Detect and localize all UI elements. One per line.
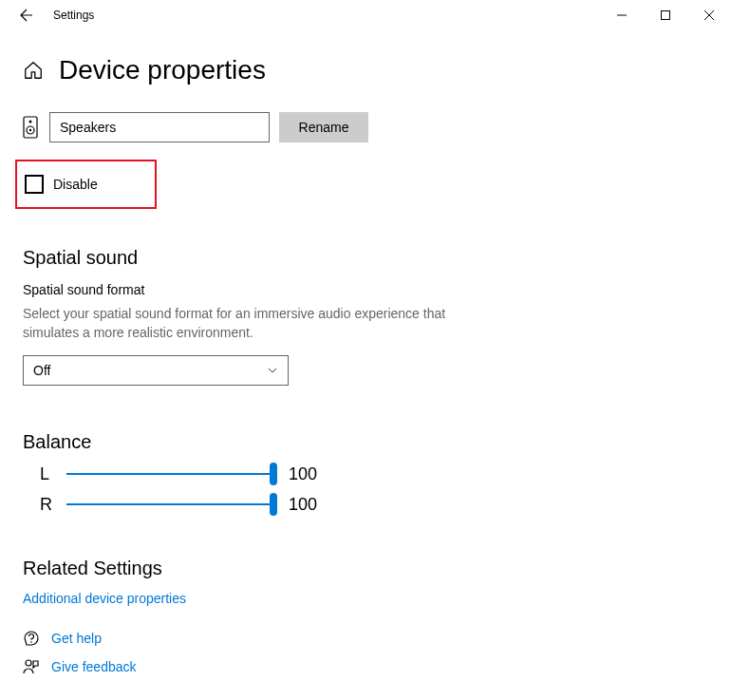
svg-point-2 bbox=[29, 121, 32, 123]
balance-left-value: 100 bbox=[289, 464, 317, 484]
maximize-button[interactable] bbox=[644, 0, 687, 30]
balance-left-label: L bbox=[23, 464, 59, 484]
back-arrow-icon bbox=[19, 8, 34, 23]
app-title: Settings bbox=[53, 9, 94, 22]
balance-title: Balance bbox=[23, 431, 708, 453]
speaker-icon bbox=[23, 116, 40, 139]
additional-properties-link[interactable]: Additional device properties bbox=[23, 591, 708, 606]
device-name-input[interactable] bbox=[49, 112, 270, 142]
spatial-format-value: Off bbox=[33, 363, 50, 378]
get-help-link[interactable]: Get help bbox=[23, 630, 137, 647]
back-button[interactable] bbox=[8, 0, 46, 30]
svg-point-5 bbox=[30, 641, 32, 643]
spatial-description: Select your spatial sound format for an … bbox=[23, 305, 459, 342]
balance-right-value: 100 bbox=[289, 495, 317, 515]
feedback-icon bbox=[23, 658, 40, 675]
maximize-icon bbox=[661, 10, 670, 20]
get-help-label: Get help bbox=[51, 631, 102, 646]
svg-rect-1 bbox=[24, 117, 37, 138]
minimize-button[interactable] bbox=[600, 0, 644, 30]
svg-rect-0 bbox=[662, 11, 670, 20]
page-title: Device properties bbox=[59, 55, 266, 85]
balance-left-slider[interactable] bbox=[66, 463, 273, 485]
close-button[interactable] bbox=[687, 0, 731, 30]
disable-checkbox[interactable] bbox=[25, 175, 44, 194]
give-feedback-link[interactable]: Give feedback bbox=[23, 658, 137, 675]
chevron-down-icon bbox=[267, 365, 278, 376]
svg-point-6 bbox=[26, 660, 31, 666]
close-icon bbox=[704, 10, 714, 20]
disable-label: Disable bbox=[53, 177, 98, 192]
balance-right-label: R bbox=[23, 495, 59, 515]
help-icon bbox=[23, 630, 40, 647]
rename-button[interactable]: Rename bbox=[279, 112, 368, 142]
spatial-format-dropdown[interactable]: Off bbox=[23, 355, 289, 386]
give-feedback-label: Give feedback bbox=[51, 659, 137, 674]
spatial-format-label: Spatial sound format bbox=[23, 282, 708, 297]
home-icon[interactable] bbox=[23, 60, 44, 81]
svg-point-4 bbox=[29, 129, 31, 131]
minimize-icon bbox=[617, 10, 627, 20]
spatial-sound-title: Spatial sound bbox=[23, 247, 708, 269]
disable-highlight: Disable bbox=[15, 160, 157, 209]
related-settings-title: Related Settings bbox=[23, 558, 708, 579]
balance-right-slider[interactable] bbox=[66, 493, 273, 516]
